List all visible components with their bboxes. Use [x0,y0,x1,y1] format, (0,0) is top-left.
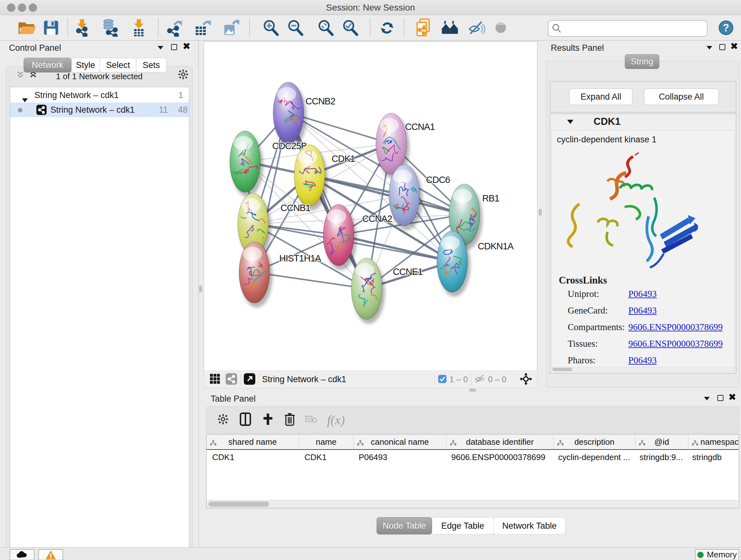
cell-database-identifier[interactable]: 9606.ENSP00000378699 [446,450,552,464]
tab-select[interactable]: Select [99,58,137,72]
panel-float-icon[interactable] [719,44,725,50]
tab-node-table[interactable]: Node Table [377,517,432,535]
vertical-splitter-handle[interactable] [539,209,542,216]
zoom-in-button[interactable] [260,17,282,38]
hide-selected-button[interactable] [466,17,488,38]
zoom-fit-button[interactable] [315,17,337,38]
cell-description[interactable]: cyclin-dependent ... [552,450,634,464]
pan-crosshair-icon[interactable] [519,372,533,387]
string-home-button[interactable] [439,17,461,38]
warnings-button[interactable] [38,549,63,560]
column-header-database-identifier[interactable]: database identifier [447,435,554,449]
column-header-name[interactable]: name [299,435,354,449]
network-collection-row[interactable]: String Network – cdk1 1 [10,88,189,103]
shared-column-icon [638,439,646,449]
column-header-namespace[interactable]: namespace [688,435,739,449]
show-columns-icon[interactable] [240,413,251,427]
export-network-button[interactable] [163,17,185,38]
table-horizontal-scrollbar[interactable] [206,500,738,508]
node-table[interactable]: shared namenamecanonical namedatabase id… [206,434,739,508]
crosslink-link[interactable]: P06493 [628,289,657,299]
tab-edge-table[interactable]: Edge Table [431,517,494,535]
import-network-file-button[interactable] [71,17,93,38]
cell-canonical-name[interactable]: P06493 [353,450,446,464]
cell-name[interactable]: CDK1 [299,450,353,464]
panel-close-icon[interactable]: ✖ [730,43,738,50]
section-collapse-icon[interactable] [567,119,574,126]
export-table-button[interactable] [191,17,213,38]
help-button[interactable]: ? [715,17,737,38]
panel-close-icon[interactable]: ✖ [728,394,736,400]
string-network-graph[interactable]: CCNB2CCNA1CDC25BCDK1CDC6RB1CCNB1CCNA2CDK… [204,42,537,371]
panel-menu-icon[interactable] [703,396,711,402]
panel-menu-icon[interactable] [157,45,164,51]
node-CCNE1[interactable]: CCNE1 [351,258,422,324]
network-options-gear-icon[interactable] [178,69,189,81]
network-share-icon[interactable] [226,373,237,386]
panel-float-icon[interactable] [718,395,724,401]
memory-button[interactable]: Memory [695,549,739,560]
node-label-CCNB1: CCNB1 [280,203,310,213]
crosslink-row: Compartments:9606.ENSP00000378699 [552,322,734,338]
node-CCNB2[interactable]: CCNB2 [273,82,335,148]
crosslink-label: Tissues: [568,338,598,349]
crosslink-link[interactable]: 9606.ENSP00000378699 [628,338,723,349]
crosslink-link[interactable]: P06493 [628,305,657,316]
delete-column-trash-icon[interactable] [284,413,295,427]
node-HIST1H1A[interactable]: HIST1H1A [239,242,321,307]
import-table-file-button[interactable] [128,17,150,38]
create-column-plus-icon[interactable] [262,413,273,427]
cloud-status-button[interactable] [10,549,35,560]
save-session-button[interactable] [40,17,62,38]
panel-float-icon[interactable] [171,44,177,50]
table-row[interactable]: CDK1CDK1P064939606.ENSP00000378699cyclin… [206,450,739,464]
search-input[interactable] [564,23,707,34]
table-settings-gear-icon[interactable] [217,414,229,426]
column-header--id[interactable]: @id [635,435,688,449]
crosslinks-title: CrossLinks [559,274,607,286]
show-all-button[interactable] [489,17,512,38]
horizontal-splitter-handle[interactable] [469,388,476,392]
network-canvas[interactable]: CCNB2CCNA1CDC25BCDK1CDC6RB1CCNB1CCNA2CDK… [204,42,537,371]
scrollbar-thumb[interactable] [552,368,572,371]
node-CCNA2[interactable]: CCNA2 [322,204,392,270]
import-network-database-button[interactable] [99,17,121,38]
zoom-selected-icon [342,19,359,37]
collapse-all-button[interactable]: Collapse All [644,88,719,105]
network-row-selected[interactable]: String Network – cdk1 11 48 [10,103,189,117]
export-view-icon[interactable] [244,373,255,386]
column-header-canonical-name[interactable]: canonical name [354,435,447,449]
tab-string[interactable]: String [625,54,659,69]
tab-sets[interactable]: Sets [136,58,166,72]
network-view-title: String Network – cdk1 [262,374,346,384]
vertical-splitter-handle[interactable] [199,286,202,293]
zoom-selected-button[interactable] [339,17,361,38]
node-CDC6[interactable]: CDC6 [389,165,450,230]
cell-shared-name[interactable]: CDK1 [206,450,299,464]
column-header-description[interactable]: description [554,435,635,449]
apply-layout-button[interactable] [376,17,398,38]
scrollbar-thumb[interactable] [208,502,269,507]
tab-network[interactable]: Network [23,58,71,72]
tab-style[interactable]: Style [71,58,100,72]
gene-section-header[interactable]: CDK1 [550,114,736,129]
cell-namespace[interactable]: stringdb [686,450,739,464]
panel-close-icon[interactable]: ✖ [183,43,191,50]
panel-menu-icon[interactable] [706,45,713,51]
memory-label: Memory [707,550,737,560]
tab-network-table[interactable]: Network Table [493,517,565,535]
crosslink-link[interactable]: P06493 [628,355,657,366]
import-network-clipboard-button[interactable] [413,17,435,38]
results-horizontal-scrollbar[interactable] [551,367,735,372]
export-image-button[interactable] [219,17,242,38]
cell--id[interactable]: stringdb:9... [634,450,686,464]
column-header-shared-name[interactable]: shared name [206,435,299,449]
selected-checkbox-icon[interactable] [438,374,447,385]
expand-all-button[interactable]: Expand All [569,88,632,105]
zoom-out-button[interactable] [284,17,307,38]
hidden-eye-icon[interactable] [475,374,485,385]
open-session-button[interactable] [16,17,38,38]
birdseye-grid-icon[interactable] [210,374,220,386]
crosslink-link[interactable]: 9606.ENSP00000378699 [628,322,723,332]
search-field[interactable] [548,20,708,37]
